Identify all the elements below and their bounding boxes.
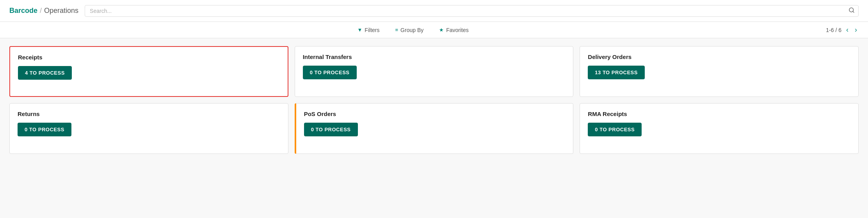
breadcrumb-barcode[interactable]: Barcode <box>9 7 37 15</box>
breadcrumb-separator: / <box>40 7 42 15</box>
search-input[interactable] <box>85 5 859 17</box>
favorites-icon: ★ <box>439 27 444 33</box>
card-title-delivery-orders: Delivery Orders <box>588 54 850 60</box>
header: Barcode / Operations <box>0 0 868 22</box>
favorites-label: Favorites <box>446 27 469 33</box>
filter-icon: ▼ <box>357 27 362 33</box>
groupby-button[interactable]: ≡ Group By <box>392 25 427 35</box>
groupby-label: Group By <box>400 27 423 33</box>
pagination: 1-6 / 6 ‹ › <box>826 25 859 35</box>
toolbar: ▼ Filters ≡ Group By ★ Favorites 1-6 / 6… <box>0 22 868 38</box>
card-delivery-orders[interactable]: Delivery Orders13 TO PROCESS <box>580 46 859 97</box>
card-receipts[interactable]: Receipts4 TO PROCESS <box>9 46 288 97</box>
pagination-prev[interactable]: ‹ <box>845 25 850 35</box>
card-btn-internal-transfers[interactable]: 0 TO PROCESS <box>303 66 357 79</box>
card-btn-delivery-orders[interactable]: 13 TO PROCESS <box>588 66 645 79</box>
card-btn-pos-orders[interactable]: 0 TO PROCESS <box>304 123 358 136</box>
svg-line-1 <box>853 11 854 13</box>
card-pos-orders[interactable]: PoS Orders0 TO PROCESS <box>295 103 574 154</box>
pagination-count: 1-6 / 6 <box>826 27 841 33</box>
card-title-internal-transfers: Internal Transfers <box>303 54 566 60</box>
breadcrumb: Barcode / Operations <box>9 7 78 15</box>
card-returns[interactable]: Returns0 TO PROCESS <box>9 103 288 154</box>
search-icon <box>848 7 855 15</box>
toolbar-actions: ▼ Filters ≡ Group By ★ Favorites <box>9 25 816 35</box>
search-bar <box>85 5 859 17</box>
pagination-next[interactable]: › <box>853 25 859 35</box>
cards-grid: Receipts4 TO PROCESSInternal Transfers0 … <box>9 46 859 154</box>
card-rma-receipts[interactable]: RMA Receipts0 TO PROCESS <box>580 103 859 154</box>
card-internal-transfers[interactable]: Internal Transfers0 TO PROCESS <box>295 46 574 97</box>
main-content: Receipts4 TO PROCESSInternal Transfers0 … <box>0 38 868 162</box>
favorites-button[interactable]: ★ Favorites <box>436 25 472 35</box>
card-btn-receipts[interactable]: 4 TO PROCESS <box>18 66 72 80</box>
card-title-returns: Returns <box>18 111 280 117</box>
breadcrumb-operations: Operations <box>44 7 78 15</box>
groupby-icon: ≡ <box>395 27 398 33</box>
card-title-rma-receipts: RMA Receipts <box>588 111 850 117</box>
card-title-receipts: Receipts <box>18 54 280 61</box>
card-title-pos-orders: PoS Orders <box>304 111 566 117</box>
filters-button[interactable]: ▼ Filters <box>354 25 382 35</box>
card-btn-rma-receipts[interactable]: 0 TO PROCESS <box>588 123 642 136</box>
card-btn-returns[interactable]: 0 TO PROCESS <box>18 123 71 136</box>
filters-label: Filters <box>365 27 379 33</box>
